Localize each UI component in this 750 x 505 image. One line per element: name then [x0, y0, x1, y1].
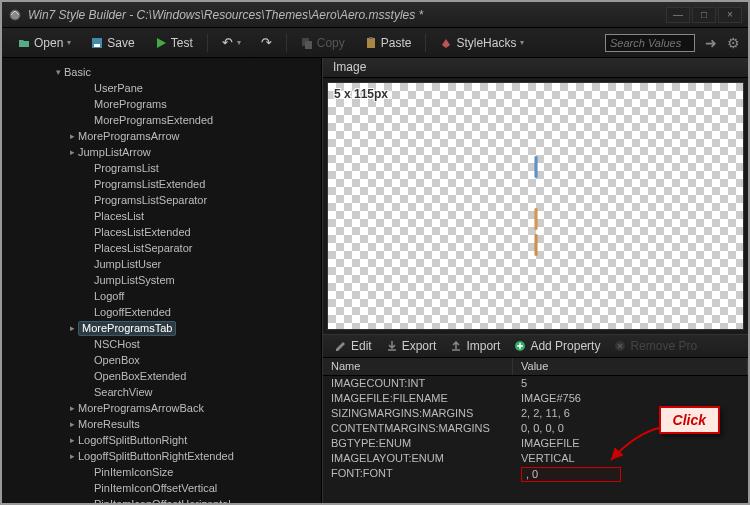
image-header: Image: [323, 58, 748, 78]
tree-item[interactable]: MoreProgramsExtended: [10, 112, 321, 128]
properties-table: Name Value IMAGECOUNT:INT5IMAGEFILE:FILE…: [323, 358, 748, 503]
chevron-right-icon[interactable]: ▸: [66, 320, 78, 336]
undo-button[interactable]: ↶▾: [214, 32, 249, 53]
tree-item-label: Basic: [64, 64, 91, 80]
export-button[interactable]: Export: [380, 337, 443, 355]
tree-item-label: NSCHost: [94, 336, 140, 352]
tree-item[interactable]: PinItemIconOffsetHorizontal: [10, 496, 321, 503]
open-button[interactable]: Open▾: [10, 33, 79, 53]
tree-item-label: MoreResults: [78, 416, 140, 432]
tree-item-label: ProgramsListExtended: [94, 176, 205, 192]
column-name[interactable]: Name: [323, 358, 513, 375]
tree-item[interactable]: ▸JumpListArrow: [10, 144, 321, 160]
toolbar: Open▾ Save Test ↶▾ ↷ Copy Paste StyleHac…: [2, 28, 748, 58]
property-name: FONT:FONT: [323, 466, 513, 481]
tree-item-label: PlacesList: [94, 208, 144, 224]
property-name: BGTYPE:ENUM: [323, 436, 513, 451]
tree-item[interactable]: PlacesList: [10, 208, 321, 224]
redo-button[interactable]: ↷: [253, 32, 280, 53]
tree-item[interactable]: PlacesListExtended: [10, 224, 321, 240]
search-go-icon[interactable]: ➜: [705, 35, 717, 51]
property-value[interactable]: , 0: [513, 466, 748, 481]
tree-item[interactable]: ▾Basic: [10, 64, 321, 80]
tree-item-label: PlacesListSeparator: [94, 240, 192, 256]
table-row[interactable]: BGTYPE:ENUMIMAGEFILE: [323, 436, 748, 451]
tree-item[interactable]: ProgramsListSeparator: [10, 192, 321, 208]
tree-item-label: MoreProgramsTab: [78, 321, 176, 336]
chevron-right-icon[interactable]: ▸: [66, 128, 78, 144]
image-canvas[interactable]: 5 x 115px: [327, 82, 744, 330]
close-button[interactable]: ×: [718, 7, 742, 23]
tree-item[interactable]: SearchView: [10, 384, 321, 400]
property-name: CONTENTMARGINS:MARGINS: [323, 421, 513, 436]
chevron-right-icon[interactable]: ▸: [66, 448, 78, 464]
svg-rect-6: [367, 38, 375, 48]
table-row[interactable]: IMAGELAYOUT:ENUMVERTICAL: [323, 451, 748, 466]
stylehacks-button[interactable]: StyleHacks▾: [432, 33, 532, 53]
tree-item-label: PlacesListExtended: [94, 224, 191, 240]
tree-item-label: JumpListUser: [94, 256, 161, 272]
tree-item-label: PinItemIconOffsetVertical: [94, 480, 217, 496]
save-button[interactable]: Save: [83, 33, 142, 53]
maximize-button[interactable]: □: [692, 7, 716, 23]
add-property-button[interactable]: Add Property: [508, 337, 606, 355]
tree-item[interactable]: PlacesListSeparator: [10, 240, 321, 256]
tree-item-label: ProgramsListSeparator: [94, 192, 207, 208]
property-name: IMAGELAYOUT:ENUM: [323, 451, 513, 466]
titlebar: Win7 Style Builder - C:\Windows\Resource…: [2, 2, 748, 28]
tree-item[interactable]: JumpListUser: [10, 256, 321, 272]
tree-item[interactable]: ▸MoreProgramsArrow: [10, 128, 321, 144]
tree-item[interactable]: OpenBox: [10, 352, 321, 368]
property-name: IMAGEFILE:FILENAME: [323, 391, 513, 406]
table-row[interactable]: IMAGECOUNT:INT5: [323, 376, 748, 391]
table-row[interactable]: IMAGEFILE:FILENAMEIMAGE#756: [323, 391, 748, 406]
tree-item-label: LogoffSplitButtonRight: [78, 432, 187, 448]
tree-item-label: LogoffExtended: [94, 304, 171, 320]
tree-item-label: OpenBox: [94, 352, 140, 368]
tree-item[interactable]: ProgramsListExtended: [10, 176, 321, 192]
chevron-right-icon[interactable]: ▸: [66, 432, 78, 448]
column-value[interactable]: Value: [513, 358, 748, 375]
tree-item-label: SearchView: [94, 384, 153, 400]
tree-item-label: PinItemIconOffsetHorizontal: [94, 496, 231, 503]
tree-item[interactable]: JumpListSystem: [10, 272, 321, 288]
tree-item-label: Logoff: [94, 288, 124, 304]
table-row[interactable]: FONT:FONT, 0: [323, 466, 748, 481]
tree-item[interactable]: PinItemIconSize: [10, 464, 321, 480]
chevron-right-icon[interactable]: ▸: [66, 144, 78, 160]
import-button[interactable]: Import: [444, 337, 506, 355]
copy-button[interactable]: Copy: [293, 33, 353, 53]
tree-item-label: MorePrograms: [94, 96, 167, 112]
tree-item[interactable]: ▸MoreProgramsArrowBack: [10, 400, 321, 416]
tree-item[interactable]: ▸LogoffSplitButtonRight: [10, 432, 321, 448]
chevron-right-icon[interactable]: ▸: [66, 400, 78, 416]
tree-item[interactable]: UserPane: [10, 80, 321, 96]
tree-item[interactable]: ▸LogoffSplitButtonRightExtended: [10, 448, 321, 464]
tree-item[interactable]: LogoffExtended: [10, 304, 321, 320]
paste-button[interactable]: Paste: [357, 33, 420, 53]
tree-item[interactable]: Logoff: [10, 288, 321, 304]
property-value[interactable]: 5: [513, 376, 748, 391]
tree-item-label: MoreProgramsExtended: [94, 112, 213, 128]
properties-toolbar: Edit Export Import Add Property Remove P…: [323, 334, 748, 358]
tree-item[interactable]: ProgramsList: [10, 160, 321, 176]
tree-item[interactable]: OpenBoxExtended: [10, 368, 321, 384]
chevron-down-icon[interactable]: ▾: [52, 64, 64, 80]
tree-item[interactable]: NSCHost: [10, 336, 321, 352]
tree-item[interactable]: ▸MoreProgramsTab: [10, 320, 321, 336]
tree-item[interactable]: ▸MoreResults: [10, 416, 321, 432]
tree-item[interactable]: PinItemIconOffsetVertical: [10, 480, 321, 496]
chevron-right-icon[interactable]: ▸: [66, 416, 78, 432]
test-button[interactable]: Test: [147, 33, 201, 53]
edit-button[interactable]: Edit: [329, 337, 378, 355]
window-title: Win7 Style Builder - C:\Windows\Resource…: [28, 8, 666, 22]
minimize-button[interactable]: —: [666, 7, 690, 23]
settings-icon[interactable]: ⚙: [727, 35, 740, 51]
search-input[interactable]: [605, 34, 695, 52]
property-value[interactable]: IMAGE#756: [513, 391, 748, 406]
tree-panel: ▾BasicUserPaneMoreProgramsMoreProgramsEx…: [2, 58, 322, 503]
remove-property-button[interactable]: Remove Pro: [608, 337, 703, 355]
callout: Click: [659, 406, 720, 434]
tree-item[interactable]: MorePrograms: [10, 96, 321, 112]
app-icon: [8, 8, 22, 22]
